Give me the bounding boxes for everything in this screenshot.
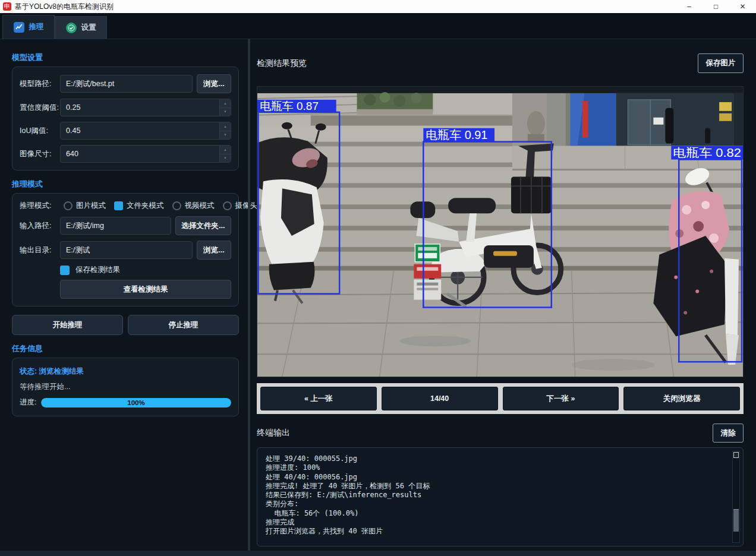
mode-label: 推理模式:	[20, 201, 60, 211]
terminal-title: 终端输出	[257, 428, 290, 438]
inference-mode-group: 推理模式: 图片模式 文件夹模式 视频模式 摄像头模式 输入路径: 选择文件夹.…	[12, 193, 239, 307]
radio-folder-mode-label[interactable]: 文件夹模式	[127, 201, 164, 211]
window-title: 基于YOLOv8的电瓶车检测识别	[15, 2, 114, 12]
image-size-value: 640	[61, 146, 219, 162]
spin-down-icon[interactable]: ▼	[220, 131, 231, 140]
terminal-line: 打开图片浏览器，共找到 40 张图片	[266, 527, 727, 536]
title-bar: 申 基于YOLOv8的电瓶车检测识别 – □ ✕	[0, 0, 756, 13]
status-text: 状态: 浏览检测结果	[20, 367, 231, 377]
close-browser-button[interactable]: 关闭浏览器	[623, 387, 740, 410]
model-browse-button[interactable]: 浏览...	[197, 74, 231, 93]
spin-up-icon[interactable]: ▲	[220, 122, 231, 131]
model-path-label: 模型路径:	[20, 79, 60, 89]
output-dir-input[interactable]	[60, 241, 193, 259]
input-path-input[interactable]	[60, 217, 171, 235]
save-image-button[interactable]: 保存图片	[698, 53, 744, 73]
panel-splitter[interactable]	[248, 39, 250, 556]
model-path-input[interactable]	[60, 75, 193, 93]
stop-inference-button[interactable]: 停止推理	[128, 315, 239, 335]
inference-mode-title: 推理模式	[12, 179, 239, 189]
bottom-strip	[0, 551, 756, 556]
tab-settings[interactable]: 设置	[55, 16, 107, 39]
close-button[interactable]: ✕	[729, 0, 756, 13]
output-browse-button[interactable]: 浏览...	[197, 241, 231, 260]
start-inference-button[interactable]: 开始推理	[12, 315, 123, 335]
radio-camera-mode[interactable]	[223, 201, 232, 210]
confidence-spinner[interactable]: 0.25 ▲▼	[60, 99, 231, 116]
waiting-text: 等待推理开始...	[20, 382, 231, 392]
model-settings-title: 模型设置	[12, 52, 239, 63]
settings-check-icon	[66, 23, 77, 33]
task-info-title: 任务信息	[12, 343, 239, 354]
spin-down-icon[interactable]: ▼	[220, 108, 231, 116]
image-counter: 14/40	[382, 387, 498, 410]
tab-bar: 推理 设置	[0, 13, 756, 39]
preview-panel: 检测结果预览 保存图片	[257, 39, 744, 556]
terminal-line: 处理 40/40: 000056.jpg	[266, 473, 727, 482]
radio-image-mode[interactable]	[64, 201, 73, 210]
iou-spinner[interactable]: 0.45 ▲▼	[60, 122, 231, 140]
radio-video-mode[interactable]	[172, 201, 181, 210]
terminal-scrollbar[interactable]	[732, 451, 740, 543]
window-controls: – □ ✕	[676, 0, 756, 13]
save-results-label[interactable]: 保存检测结果	[75, 265, 120, 275]
view-results-button[interactable]: 查看检测结果	[60, 280, 231, 299]
radio-folder-mode[interactable]	[114, 201, 123, 210]
terminal-line: 类别分布:	[266, 500, 727, 508]
preview-image: 电瓶车 0.87 电瓶车 0.91 电瓶车 0.82	[257, 86, 744, 377]
progress-fill: 100%	[41, 398, 231, 407]
tab-inference-label: 推理	[29, 22, 44, 32]
tab-inference[interactable]: 推理	[2, 15, 55, 39]
save-results-checkbox[interactable]	[60, 266, 70, 275]
iou-label: IoU阈值:	[20, 126, 60, 136]
detection-photo: 电瓶车 0.87 电瓶车 0.91 电瓶车 0.82	[257, 87, 743, 377]
spin-down-icon[interactable]: ▼	[220, 154, 231, 163]
image-nav-bar: « 上一张 14/40 下一张 » 关闭浏览器	[257, 383, 744, 414]
detection-label: 电瓶车 0.87	[260, 100, 319, 112]
progress-bar: 100%	[41, 398, 231, 407]
terminal-line: 推理完成! 处理了 40 张图片，检测到 56 个目标	[266, 482, 727, 491]
progress-label: 进度:	[20, 397, 41, 407]
detection-label: 电瓶车 0.91	[426, 128, 487, 141]
input-path-label: 输入路径:	[20, 221, 60, 231]
radio-image-mode-label[interactable]: 图片模式	[76, 201, 106, 211]
tab-settings-label: 设置	[81, 23, 96, 33]
prev-image-button[interactable]: « 上一张	[260, 387, 377, 410]
scrollbar-thumb[interactable]	[733, 509, 739, 532]
terminal-line: 推理完成	[266, 518, 727, 527]
clear-terminal-button[interactable]: 清除	[713, 424, 744, 443]
terminal-line: 结果已保存到: E:/测试\inference_results	[266, 491, 727, 500]
model-settings-group: 模型路径: 浏览... 置信度阈值: 0.25 ▲▼ IoU阈值: 0.45 ▲…	[12, 67, 239, 170]
spin-up-icon[interactable]: ▲	[220, 146, 231, 154]
terminal-line: 推理进度: 100%	[266, 463, 727, 472]
terminal-line: 处理 39/40: 000055.jpg	[266, 454, 727, 463]
terminal-line: 电瓶车: 56个 (100.0%)	[266, 509, 727, 518]
inference-chart-icon	[14, 22, 24, 33]
control-panel: 模型设置 模型路径: 浏览... 置信度阈值: 0.25 ▲▼ IoU阈值: 0…	[0, 39, 248, 556]
scroll-up-icon[interactable]	[733, 452, 739, 458]
radio-video-mode-label[interactable]: 视频模式	[185, 201, 215, 211]
spin-up-icon[interactable]: ▲	[220, 99, 231, 108]
preview-title: 检测结果预览	[257, 58, 307, 69]
terminal-output[interactable]: 处理 39/40: 000055.jpg 推理进度: 100% 处理 40/40…	[257, 447, 744, 546]
confidence-value: 0.25	[61, 99, 219, 116]
next-image-button[interactable]: 下一张 »	[503, 387, 619, 410]
task-info-group: 状态: 浏览检测结果 等待推理开始... 进度: 100%	[12, 358, 239, 416]
confidence-label: 置信度阈值:	[20, 103, 60, 113]
choose-folder-button[interactable]: 选择文件夹...	[175, 216, 231, 235]
image-size-label: 图像尺寸:	[20, 149, 60, 159]
detection-label: 电瓶车 0.82	[673, 146, 741, 159]
minimize-button[interactable]: –	[676, 0, 703, 13]
output-dir-label: 输出目录:	[20, 245, 60, 255]
app-icon: 申	[3, 2, 11, 11]
image-size-spinner[interactable]: 640 ▲▼	[60, 145, 231, 163]
maximize-button[interactable]: □	[703, 0, 729, 13]
iou-value: 0.45	[61, 122, 219, 139]
